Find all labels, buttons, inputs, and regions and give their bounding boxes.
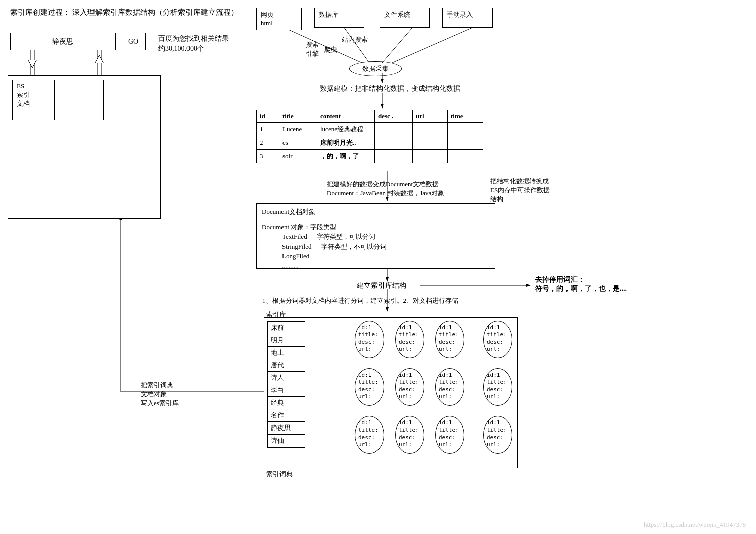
th-time: time [448, 110, 483, 123]
funnel-right: 站内搜索 [342, 35, 368, 44]
stopwords: 去掉停用词汇： 符号，的，啊，了，也，是.... [535, 275, 627, 293]
watermark: https://blog.csdn.net/weixin_41947378 [644, 521, 746, 529]
go-button[interactable]: GO [121, 33, 146, 50]
index-build: 建立索引库结构 [357, 281, 406, 290]
step-text: 1、根据分词器对文档内容进行分词，建立索引。2、对文档进行存储 [262, 296, 458, 305]
source-db: 数据库 [314, 8, 364, 28]
es-empty1 [61, 80, 104, 120]
th-url: url [413, 110, 448, 123]
doc-l1: Document 对象：字段类型 [262, 222, 490, 232]
data-collect: 数据采集 [349, 61, 402, 76]
cell [413, 136, 448, 150]
cell: 3 [257, 150, 279, 163]
dict-item: 李白 [268, 384, 305, 397]
doc-title: Document文档对象 [262, 207, 490, 217]
doc-l4: LongFiled [262, 251, 490, 261]
data-table: idtitlecontentdesc .urltime 1Lucenelucen… [256, 110, 483, 163]
es-doc-box: ES 索引 文档 [12, 80, 55, 120]
dict-item: 唐代 [268, 359, 305, 372]
th-desc .: desc . [375, 110, 413, 123]
write-note: 把索引词典 文档对象 写入es索引库 [141, 381, 179, 408]
doc-l3: StringFiled --- 字符类型，不可以分词 [262, 242, 490, 252]
modeling-text: 数据建模：把非结构化数据，变成结构化数据 [320, 84, 460, 93]
dict-item: 名作 [268, 409, 305, 422]
doc-l5: .......... [262, 261, 490, 271]
doc-ellipse: id:1 title: desc: url: [483, 368, 512, 406]
convert-note: 把结构化数据转换成 ES内存中可操作数据 结构 [490, 177, 550, 204]
doc-ellipse: id:1 title: desc: url: [355, 321, 384, 358]
svg-line-2 [382, 28, 412, 63]
cell: lucene经典教程 [317, 123, 375, 136]
dict-item: 经典 [268, 397, 305, 409]
es-container: ES 索引 文档 [8, 75, 161, 219]
doc-ellipse: id:1 title: desc: url: [435, 416, 464, 454]
th-content: content [317, 110, 375, 123]
th-id: id [257, 110, 279, 123]
cell [375, 123, 413, 136]
dict-column: 床前明月地上唐代诗人李白经典名作静夜思诗仙 [267, 321, 305, 448]
result-line2: 约30,100,000个 [158, 44, 204, 53]
svg-line-3 [392, 28, 472, 63]
source-web: 网页 html [256, 8, 302, 30]
funnel-left: 搜索 引擎 [306, 40, 319, 58]
doc-ellipse: id:1 title: desc: url: [435, 368, 464, 406]
diagram-title: 索引库创建过程： 深入理解索引库数据结构（分析索引库建立流程） [10, 8, 238, 17]
th-title: title [279, 110, 317, 123]
cell [375, 150, 413, 163]
cell [413, 150, 448, 163]
cell [448, 123, 483, 136]
result-line1: 百度为您找到相关结果 [158, 34, 229, 43]
cell: Lucene [279, 123, 317, 136]
es-empty2 [110, 80, 152, 120]
source-manual: 手动录入 [442, 8, 493, 28]
doc-note2: Document：JavaBean 封装数据，Java对象 [327, 189, 444, 198]
cell: 2 [257, 136, 279, 150]
dict-item: 静夜思 [268, 422, 305, 435]
cell: 床前明月光.. [317, 136, 375, 150]
cell: solr [279, 150, 317, 163]
cell [375, 136, 413, 150]
cell [448, 150, 483, 163]
index-lib-box: 床前明月地上唐代诗人李白经典名作静夜思诗仙 id:1 title: desc: … [264, 317, 518, 468]
doc-ellipse: id:1 title: desc: url: [355, 368, 384, 406]
cell [448, 136, 483, 150]
dict-item: 床前 [268, 322, 305, 334]
source-fs: 文件系统 [380, 8, 430, 28]
dict-item: 诗人 [268, 372, 305, 384]
doc-ellipse: id:1 title: desc: url: [483, 321, 512, 358]
doc-note1: 把建模好的数据变成Document文档数据 [327, 180, 439, 189]
doc-ellipse: id:1 title: desc: url: [395, 321, 424, 358]
doc-l2: TextFiled --- 字符类型，可以分词 [262, 232, 490, 242]
dict-item: 诗仙 [268, 435, 305, 447]
doc-ellipse: id:1 title: desc: url: [483, 416, 512, 454]
funnel-bold: 爬虫 [324, 45, 337, 54]
cell: ，的，啊，了 [317, 150, 375, 163]
search-input[interactable]: 静夜思 [10, 33, 116, 50]
svg-line-0 [284, 28, 362, 63]
doc-ellipse: id:1 title: desc: url: [395, 368, 424, 406]
document-box: Document文档对象 Document 对象：字段类型 TextFiled … [256, 203, 495, 269]
dict-item: 明月 [268, 334, 305, 347]
doc-ellipse: id:1 title: desc: url: [435, 321, 464, 358]
cell [413, 123, 448, 136]
doc-ellipse: id:1 title: desc: url: [395, 416, 424, 454]
cell: 1 [257, 123, 279, 136]
cell: es [279, 136, 317, 150]
svg-line-1 [344, 28, 369, 63]
dict-item: 地上 [268, 347, 305, 359]
dict-title: 索引词典 [266, 470, 293, 479]
doc-ellipse: id:1 title: desc: url: [355, 416, 384, 454]
